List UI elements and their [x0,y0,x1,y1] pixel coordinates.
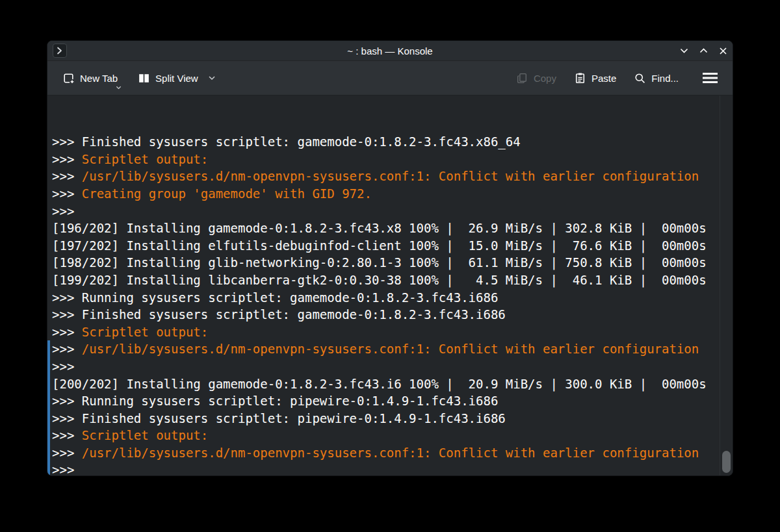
terminal-line: [197/202] Installing elfutils-debuginfod… [52,237,717,255]
terminal-line: >>> Running sysusers scriptlet: gamemode… [52,289,717,307]
split-view-button[interactable]: Split View [132,68,221,89]
terminal-lines: >>> Finished sysusers scriptlet: gamemod… [52,133,717,476]
close-icon [719,47,727,55]
terminal-line: >>> Scriptlet output: [52,151,717,168]
konsole-window: ~ : bash — Konsole [47,40,733,476]
find-label: Find... [651,73,679,84]
terminal-line: >>> Finished sysusers scriptlet: gamemod… [52,133,717,151]
terminal-line: >>> /usr/lib/sysusers.d/nm-openvpn-sysus… [52,340,717,358]
terminal-output[interactable]: >>> Finished sysusers scriptlet: gamemod… [47,95,733,476]
terminal-line: [199/202] Installing libcanberra-gtk2-0:… [52,272,717,289]
terminal-line: [196/202] Installing gamemode-0:1.8.2-3.… [52,220,717,237]
terminal-line: >>> Scriptlet output: [52,323,717,341]
terminal-line: [200/202] Installing gamemode-0:1.8.2-3.… [52,375,717,393]
window-controls [674,41,733,60]
new-tab-caret-icon [116,86,122,90]
paste-label: Paste [592,73,616,84]
konsole-app-icon [53,44,67,58]
terminal-line: >>> [52,461,717,476]
minimize-button[interactable] [674,41,694,60]
terminal-line: >>> Scriptlet output: [52,427,717,444]
find-button[interactable]: Find... [628,68,684,89]
paste-icon [573,71,587,85]
paste-button[interactable]: Paste [568,68,621,89]
menu-button[interactable] [697,68,723,88]
toolbar-right-group: Copy Paste [510,68,723,89]
scrollbar[interactable] [720,95,733,476]
new-tab-icon [62,71,75,85]
titlebar[interactable]: ~ : bash — Konsole [47,41,733,61]
maximize-button[interactable] [694,41,713,60]
terminal-line: >>> Finished sysusers scriptlet: gamemod… [52,306,717,323]
terminal-line: >>> [52,358,717,375]
new-tab-button[interactable]: New Tab [57,68,123,89]
terminal-line: >>> Running sysusers scriptlet: pipewire… [52,392,717,410]
split-view-label: Split View [155,73,198,84]
chevron-up-icon [699,47,708,54]
terminal-line: >>> [52,203,717,220]
terminal-line: >>> /usr/lib/sysusers.d/nm-openvpn-sysus… [52,444,717,462]
search-icon [633,71,647,85]
new-tab-label: New Tab [80,73,118,84]
chevron-down-icon [679,47,689,54]
terminal-line: [198/202] Installing glib-networking-0:2… [52,254,717,272]
terminal-line: >>> /usr/lib/sysusers.d/nm-openvpn-sysus… [52,168,717,185]
terminal-line: >>> Creating group 'gamemode' with GID 9… [52,185,717,203]
split-view-caret-icon [208,75,216,81]
window-title: ~ : bash — Konsole [47,45,733,57]
terminal-line: >>> Finished sysusers scriptlet: pipewir… [52,410,717,427]
hamburger-icon [702,72,718,84]
scrollbar-thumb[interactable] [722,451,731,473]
copy-icon [515,71,529,85]
close-button[interactable] [713,41,733,60]
copy-label: Copy [534,73,556,84]
split-view-icon [137,71,151,85]
copy-button[interactable]: Copy [510,68,562,89]
toolbar: New Tab Split View [47,61,733,95]
